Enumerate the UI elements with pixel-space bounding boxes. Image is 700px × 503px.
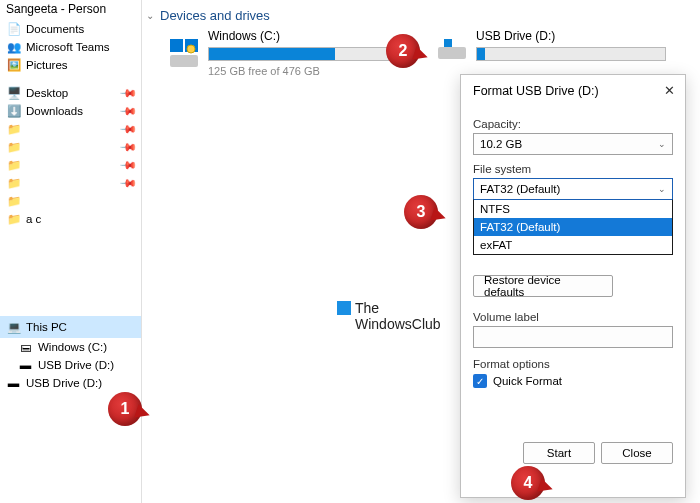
section-title: Devices and drives [160,8,270,23]
checkbox-checked-icon: ✓ [473,374,487,388]
fs-option-exfat[interactable]: exFAT [474,236,672,254]
drive-tile-d[interactable]: USB Drive (D:) [436,29,676,77]
sidebar-item-pictures[interactable]: 🖼️ Pictures [0,56,141,74]
folder-icon: 📁 [6,122,21,137]
quick-format-checkbox[interactable]: ✓ Quick Format [473,374,673,388]
quick-format-label: Quick Format [493,375,562,387]
sidebar-item-folder[interactable]: 📁 📌 [0,120,141,138]
sidebar-item-desktop[interactable]: 🖥️ Desktop 📌 [0,84,141,102]
svg-rect-1 [170,39,183,52]
usage-bar [208,47,398,61]
format-dialog: Format USB Drive (D:) ✕ Capacity: 10.2 G… [460,74,686,498]
drive-name: USB Drive (D:) [476,29,676,47]
sidebar-item-label: This PC [26,321,67,333]
pictures-icon: 🖼️ [6,58,21,73]
sidebar-item-drive-d[interactable]: ▬ USB Drive (D:) [0,356,141,374]
pin-icon: 📌 [118,138,137,156]
chevron-down-icon: ⌄ [658,139,666,149]
pin-icon: 📌 [118,174,137,192]
drive-os-icon [168,37,200,69]
annotation-bubble-1: 1 [108,392,142,426]
drive-tile-c[interactable]: Windows (C:) 125 GB free of 476 GB [168,29,408,77]
close-icon[interactable]: ✕ [664,83,675,98]
pin-icon: 📌 [118,84,137,102]
capacity-value: 10.2 GB [480,138,522,150]
folder-icon: 📁 [6,212,21,227]
annotation-bubble-2: 2 [386,34,420,68]
folder-icon: 📁 [6,194,21,209]
sidebar-item-label: Windows (C:) [38,341,107,353]
sidebar-item-drive-d-2[interactable]: ▬ USB Drive (D:) [0,374,141,392]
desktop-icon: 🖥️ [6,86,21,101]
folder-icon: 📁 [6,176,21,191]
sidebar-item-folder[interactable]: 📁 📌 [0,156,141,174]
svg-rect-5 [444,39,452,47]
teams-icon: 👥 [6,40,21,55]
sidebar-item-folder[interactable]: 📁 📌 [0,138,141,156]
logo-square-icon [337,301,351,315]
drive-icon: 🖴 [18,340,33,355]
restore-defaults-button[interactable]: Restore device defaults [473,275,613,297]
fs-option-ntfs[interactable]: NTFS [474,200,672,218]
folder-icon: 📁 [6,140,21,155]
sidebar-item-label: Documents [26,23,84,35]
format-options-label: Format options [473,358,673,370]
drive-name: Windows (C:) [208,29,408,47]
drive-free-text: 125 GB free of 476 GB [208,65,408,77]
pin-icon: 📌 [118,120,137,138]
svg-point-3 [187,45,195,53]
folder-icon: 📁 [6,158,21,173]
usage-bar [476,47,666,61]
sidebar-item-folder[interactable]: 📁 📌 [0,174,141,192]
usb-drive-icon: ▬ [18,358,33,373]
watermark-line1: The [355,300,379,316]
chevron-down-icon: ⌄ [146,10,154,21]
sidebar-item-label: Pictures [26,59,68,71]
sidebar-item-label: Microsoft Teams [26,41,110,53]
watermark: The WindowsClub [337,300,441,332]
watermark-line2: WindowsClub [355,316,441,332]
fs-option-fat32[interactable]: FAT32 (Default) [474,218,672,236]
sidebar-item-documents[interactable]: 📄 Documents [0,20,141,38]
sidebar-item-label: Desktop [26,87,68,99]
svg-rect-0 [170,55,198,67]
filesystem-select[interactable]: FAT32 (Default) ⌄ [473,178,673,200]
nav-sidebar: Sangeeta - Person 📄 Documents 👥 Microsof… [0,0,142,503]
filesystem-label: File system [473,163,673,175]
downloads-icon: ⬇️ [6,104,21,119]
sidebar-item-label: USB Drive (D:) [26,377,102,389]
volume-label-label: Volume label [473,311,673,323]
svg-rect-4 [438,47,466,59]
dialog-title: Format USB Drive (D:) [473,84,599,98]
filesystem-value: FAT32 (Default) [480,183,560,195]
sidebar-item-teams[interactable]: 👥 Microsoft Teams [0,38,141,56]
this-pc-icon: 💻 [6,320,21,335]
start-button[interactable]: Start [523,442,595,464]
section-header[interactable]: ⌄ Devices and drives [142,0,700,29]
sidebar-item-this-pc[interactable]: 💻 This PC [0,316,141,338]
sidebar-item-downloads[interactable]: ⬇️ Downloads 📌 [0,102,141,120]
pin-icon: 📌 [118,102,137,120]
annotation-bubble-3: 3 [404,195,438,229]
sidebar-account: Sangeeta - Person [0,0,141,20]
sidebar-item-label: a c [26,213,41,225]
sidebar-item-folder[interactable]: 📁 a c [0,210,141,228]
filesystem-dropdown-list: NTFS FAT32 (Default) exFAT [473,199,673,255]
annotation-bubble-4: 4 [511,466,545,500]
capacity-label: Capacity: [473,118,673,130]
pin-icon: 📌 [118,156,137,174]
sidebar-item-drive-c[interactable]: 🖴 Windows (C:) [0,338,141,356]
sidebar-item-folder[interactable]: 📁 [0,192,141,210]
chevron-down-icon: ⌄ [658,184,666,194]
usb-drive-icon: ▬ [6,376,21,391]
documents-icon: 📄 [6,22,21,37]
sidebar-item-label: Downloads [26,105,83,117]
sidebar-item-label: USB Drive (D:) [38,359,114,371]
capacity-select[interactable]: 10.2 GB ⌄ [473,133,673,155]
volume-label-input[interactable] [473,326,673,348]
close-button[interactable]: Close [601,442,673,464]
usb-drive-icon [436,29,468,61]
